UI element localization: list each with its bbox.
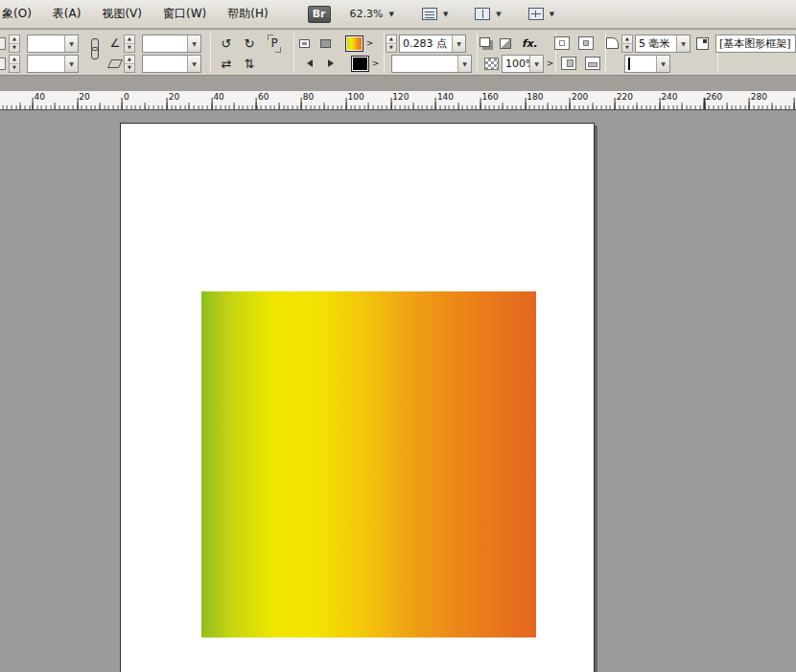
gradient-rectangle-object[interactable] xyxy=(201,291,536,637)
transform-proxy: P xyxy=(267,35,282,53)
chevron-down-icon[interactable] xyxy=(457,56,471,72)
chevron-down-icon[interactable] xyxy=(529,56,543,72)
ruler-label: 80 xyxy=(303,92,314,102)
chevron-down-icon[interactable] xyxy=(187,35,200,52)
ruler-label: 280 xyxy=(751,92,767,102)
wrap-object-shape-icon[interactable] xyxy=(561,57,576,70)
control-panel-row-1: ↺ ↻ P 0.283 点 fx. 5 毫米 [基本图形框架] xyxy=(0,34,796,53)
stroke-flyout-button[interactable] xyxy=(370,56,381,72)
menu-object[interactable]: 象(O) xyxy=(0,4,42,25)
object-style-dropdown[interactable]: [基本图形框架] xyxy=(715,35,796,53)
reference-point-icon xyxy=(0,37,6,50)
zoom-level-value: 62.3% xyxy=(350,8,384,20)
menu-table-label: 表(A) xyxy=(53,6,82,22)
panel-gap xyxy=(0,76,796,91)
control-panel: ↺ ↻ P 0.283 点 fx. 5 毫米 [基本图形框架] xyxy=(0,30,796,76)
ruler-label: 180 xyxy=(527,92,543,102)
wrap-jump-object-icon[interactable] xyxy=(585,57,600,70)
chevron-down-icon[interactable] xyxy=(187,56,200,72)
chevron-down-icon[interactable] xyxy=(676,35,690,52)
arrange-documents-button[interactable] xyxy=(526,5,557,24)
menu-help[interactable]: 帮助(H) xyxy=(217,4,278,25)
ruler-label: 140 xyxy=(437,92,454,102)
shear-angle-input[interactable] xyxy=(142,55,201,73)
bridge-button[interactable]: Br xyxy=(308,6,331,23)
corner-radius-stepper[interactable] xyxy=(621,35,633,53)
ruler-label: 0 xyxy=(124,92,129,102)
corner-shape-dropdown[interactable] xyxy=(624,55,670,73)
corner-radius-dropdown[interactable]: 5 毫米 xyxy=(635,35,691,53)
menu-bar: 象(O) 表(A) 视图(V) 窗口(W) 帮助(H) Br 62.3% xyxy=(0,0,796,29)
wrap-bounding-box-icon[interactable] xyxy=(578,36,594,50)
chevron-down-icon[interactable] xyxy=(64,35,78,52)
fill-flyout-button[interactable] xyxy=(364,35,375,52)
menu-window-label: 窗口(W) xyxy=(163,6,206,22)
shear-angle-stepper[interactable] xyxy=(124,55,135,73)
ruler-label: 60 xyxy=(258,92,269,102)
rotation-angle-icon xyxy=(107,35,123,53)
view-options-button[interactable] xyxy=(419,5,451,24)
control-panel-row-2: ⇄ ⇅ 100% xyxy=(0,54,796,73)
select-previous-object-icon[interactable] xyxy=(301,55,318,73)
stroke-weight-stepper[interactable] xyxy=(386,35,397,53)
stroke-style-dropdown[interactable] xyxy=(391,55,472,73)
x-position-input[interactable] xyxy=(27,35,79,53)
ruler-label: 200 xyxy=(572,92,588,102)
select-next-object-icon[interactable] xyxy=(322,55,339,73)
opacity-icon xyxy=(483,55,499,73)
rotation-angle-stepper[interactable] xyxy=(124,35,135,53)
fill-swatch[interactable] xyxy=(345,35,363,52)
chevron-down-icon xyxy=(496,11,501,18)
zoom-level-dropdown[interactable]: 62.3% xyxy=(346,5,398,24)
screen-mode-button[interactable] xyxy=(472,5,503,24)
pasteboard[interactable] xyxy=(0,110,796,672)
ruler-label: 240 xyxy=(661,92,677,102)
menu-view[interactable]: 视图(V) xyxy=(91,4,152,25)
flip-vertical-icon[interactable]: ⇅ xyxy=(240,55,259,73)
opacity-dropdown[interactable]: 100% xyxy=(502,55,544,73)
rotate-ccw-icon[interactable]: ↺ xyxy=(217,35,236,53)
shear-angle-icon xyxy=(107,55,123,73)
ruler-label: 160 xyxy=(482,92,499,102)
chevron-down-icon xyxy=(443,11,448,18)
document-page[interactable] xyxy=(120,123,595,672)
ruler-label: 20 xyxy=(79,92,89,102)
wrap-none-icon[interactable] xyxy=(554,36,570,50)
opacity-flyout-button[interactable] xyxy=(545,56,555,72)
transparency-icon[interactable] xyxy=(497,35,514,53)
y-position-stepper[interactable] xyxy=(9,55,20,73)
effects-button[interactable]: fx. xyxy=(518,35,541,53)
chevron-down-icon xyxy=(550,11,554,18)
chevron-down-icon[interactable] xyxy=(656,56,669,72)
ruler-label: 40 xyxy=(35,92,45,102)
ruler-label: 40 xyxy=(213,92,223,102)
ruler-label: 220 xyxy=(617,92,633,102)
stroke-swatch[interactable] xyxy=(351,56,369,72)
quick-apply-icon[interactable] xyxy=(694,35,710,53)
flip-horizontal-icon[interactable]: ⇄ xyxy=(217,55,236,73)
chevron-down-icon[interactable] xyxy=(64,56,78,72)
x-position-stepper[interactable] xyxy=(9,35,20,53)
horizontal-ruler[interactable]: 4020020406080100120140160180200220240260… xyxy=(0,91,796,110)
chevron-down-icon xyxy=(389,11,394,18)
rotation-angle-input[interactable] xyxy=(142,35,201,53)
reference-point-icon xyxy=(0,58,6,70)
menu-view-label: 视图(V) xyxy=(102,6,142,22)
drop-shadow-icon[interactable] xyxy=(478,35,495,53)
ruler-label: 100 xyxy=(348,92,364,102)
screen-mode-icon xyxy=(475,8,490,20)
ruler-label: 260 xyxy=(706,92,722,102)
menu-window[interactable]: 窗口(W) xyxy=(152,4,217,25)
chevron-down-icon[interactable] xyxy=(452,35,465,52)
menu-object-label: 象(O) xyxy=(2,6,32,22)
menu-table[interactable]: 表(A) xyxy=(42,4,92,25)
stroke-weight-dropdown[interactable]: 0.283 点 xyxy=(399,35,466,53)
y-position-input[interactable] xyxy=(27,55,79,73)
application-window: 象(O) 表(A) 视图(V) 窗口(W) 帮助(H) Br 62.3% xyxy=(0,0,796,672)
select-content-icon[interactable] xyxy=(316,35,334,53)
view-options-icon xyxy=(422,8,437,20)
ruler-label: 20 xyxy=(169,92,179,102)
menu-help-label: 帮助(H) xyxy=(227,6,268,22)
select-container-icon[interactable] xyxy=(295,35,313,53)
rotate-cw-icon[interactable]: ↻ xyxy=(240,35,259,53)
